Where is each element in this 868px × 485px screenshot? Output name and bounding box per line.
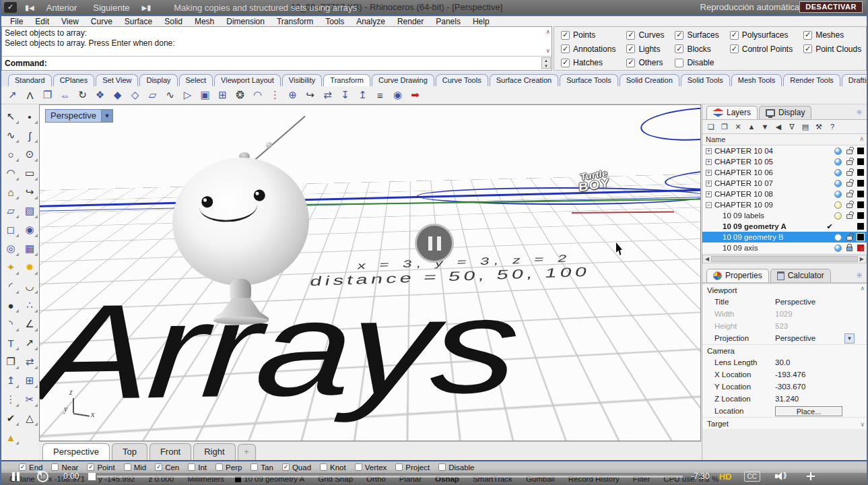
projection-dropdown[interactable]: Perspective ▼ [775,333,855,344]
layer-name[interactable]: CHAPTER 10 04 [714,147,825,155]
menu-item[interactable]: Help [467,17,496,26]
sidebar-tool-icon[interactable]: ↗ [22,335,38,351]
sidebar-tool-icon[interactable]: ∠ [22,316,38,332]
sidebar-tool-icon[interactable]: ◜ [3,278,19,294]
property-value[interactable]: 30.0 [775,358,842,366]
sidebar-tool-icon[interactable]: ✦ [3,259,19,276]
layer-visibility-bulb-icon[interactable] [834,191,842,198]
transform-tool-icon[interactable]: ◆ [110,88,125,103]
layer-lock-icon[interactable] [846,193,853,197]
property-value[interactable]: 31.240 [775,395,842,403]
sidebar-tool-icon[interactable]: ◡ [22,278,38,294]
sidebar-tool-icon[interactable]: ✂ [22,391,38,408]
viewport-title[interactable]: Perspective [46,110,101,122]
panel-gear-icon[interactable]: ✳ [856,271,863,280]
layer-tool-icon[interactable]: ⚒ [813,121,825,133]
sidebar-tool-icon[interactable]: ▧ [22,203,38,219]
property-value[interactable]: -303.670 [775,383,842,391]
sidebar-tool-icon[interactable]: ⌂ [3,184,19,200]
layer-expand-toggle[interactable]: + [706,181,712,187]
layer-lock-icon[interactable] [846,160,853,165]
toolbar-tab[interactable]: Set View [96,74,138,86]
layers-name-header[interactable]: Name ∧ [702,134,867,146]
chevron-down-icon[interactable]: ▼ [844,333,855,344]
seek-track[interactable] [97,476,683,478]
property-value[interactable]: -193.476 [775,370,842,379]
layer-tool-icon[interactable]: ▼ [759,121,771,133]
layer-visibility-bulb-icon[interactable] [834,212,842,220]
layer-name[interactable]: CHAPTER 10 05 [714,158,825,166]
sidebar-tool-icon[interactable]: ◻ [3,222,19,238]
add-viewport-tab-button[interactable]: + [238,444,256,460]
layer-visibility-bulb-icon[interactable] [834,158,842,166]
layer-lock-icon[interactable] [846,182,853,187]
command-spinner-icon[interactable]: ▲▼ [541,57,551,69]
toolbar-tab[interactable]: Surface Tools [560,74,617,86]
toolbar-tab[interactable]: Drafting [842,74,868,86]
sidebar-tool-icon[interactable]: ○ [3,146,19,162]
layer-visibility-bulb-icon[interactable] [834,148,842,155]
sidebar-tool-icon[interactable]: ● [3,297,19,313]
layer-color-swatch[interactable] [857,223,864,230]
sidebar-tool-icon[interactable]: • [22,108,38,125]
sidebar-tool-icon[interactable]: ∴ [22,297,38,313]
layer-visibility-bulb-icon[interactable] [834,180,842,187]
menu-item[interactable]: Panels [430,17,467,26]
sidebar-tool-icon[interactable]: ⋮ [3,391,19,408]
layer-row[interactable]: 10 09 geometry A ✔ [702,221,867,232]
layer-visibility-bulb-icon[interactable] [834,234,842,241]
sidebar-tool-icon[interactable]: ↖ [3,108,19,125]
layer-expand-toggle[interactable]: + [706,170,712,176]
layer-name[interactable]: 10 09 axis [723,244,825,252]
transform-tool-icon[interactable]: ❂ [232,88,248,103]
toolbar-tab[interactable]: Curve Tools [436,74,488,86]
toolbar-tab[interactable]: Render Tools [783,74,840,86]
viewport-title-dropdown[interactable]: Perspective ▼ [45,109,113,123]
transform-tool-icon[interactable]: ⋮ [267,88,283,103]
layer-color-swatch[interactable] [857,158,864,165]
layer-tool-icon[interactable]: ❏ [705,121,717,133]
closed-captions-button[interactable]: CC [744,472,760,482]
layer-row[interactable]: + CHAPTER 10 05 [702,156,867,167]
next-video-label[interactable]: Siguiente [93,3,129,13]
history-scroll-up-icon[interactable]: ∧ [545,29,550,35]
transform-tool-icon[interactable]: ↻ [75,88,90,103]
volume-icon[interactable]: )) [775,472,789,481]
layer-name[interactable]: CHAPTER 10 07 [714,179,825,187]
history-scroll-down-icon[interactable]: ∨ [545,48,550,54]
menu-item[interactable]: Curve [85,17,119,26]
layer-tool-icon[interactable]: ✕ [732,121,744,133]
transform-tool-icon[interactable]: Λ [22,88,38,103]
sidebar-tool-icon[interactable]: ▦ [22,240,38,257]
filter-checkbox[interactable] [675,59,683,67]
layer-tool-icon[interactable]: ◀ [772,121,784,133]
transform-tool-icon[interactable]: ⊞ [215,88,230,103]
sidebar-tool-icon[interactable]: ◉ [22,222,38,238]
sidebar-tool-icon[interactable]: △ [22,410,38,426]
chevron-down-icon[interactable]: ▼ [101,110,112,122]
transform-tool-icon[interactable]: ◠ [250,88,265,103]
sidebar-tool-icon[interactable]: ∿ [3,127,19,143]
filter-checkbox[interactable] [561,44,570,53]
layer-color-swatch[interactable] [857,148,864,154]
layer-name[interactable]: 10 09 geometry B [723,233,825,241]
toolbar-tab[interactable]: Viewport Layout [214,74,281,86]
transform-tool-icon[interactable]: ≡ [372,88,388,103]
sidebar-tool-icon[interactable]: ↥ [3,373,19,389]
layer-row[interactable]: + CHAPTER 10 08 [702,189,867,199]
transform-tool-icon[interactable]: ⇄ [320,88,335,103]
toolbar-tab[interactable]: Mesh Tools [731,74,782,86]
menu-item[interactable]: Dimension [220,17,271,26]
viewport-tab-perspective[interactable]: Perspective [42,443,110,460]
sidebar-tool-icon[interactable]: ⊞ [22,373,38,389]
transform-tool-icon[interactable]: ⊕ [285,88,300,103]
scroll-right-icon[interactable]: ▶ [860,256,864,262]
menu-item[interactable]: Render [391,17,430,26]
layer-lock-icon[interactable] [846,247,853,251]
place-button[interactable]: Place... [775,406,842,416]
menu-item[interactable]: Tools [319,17,350,26]
sidebar-tool-icon[interactable]: ⊙ [22,146,38,162]
transform-tool-icon[interactable]: ▣ [197,88,213,103]
layer-row[interactable]: + CHAPTER 10 04 [702,146,867,156]
layer-lock-icon[interactable] [846,203,853,208]
